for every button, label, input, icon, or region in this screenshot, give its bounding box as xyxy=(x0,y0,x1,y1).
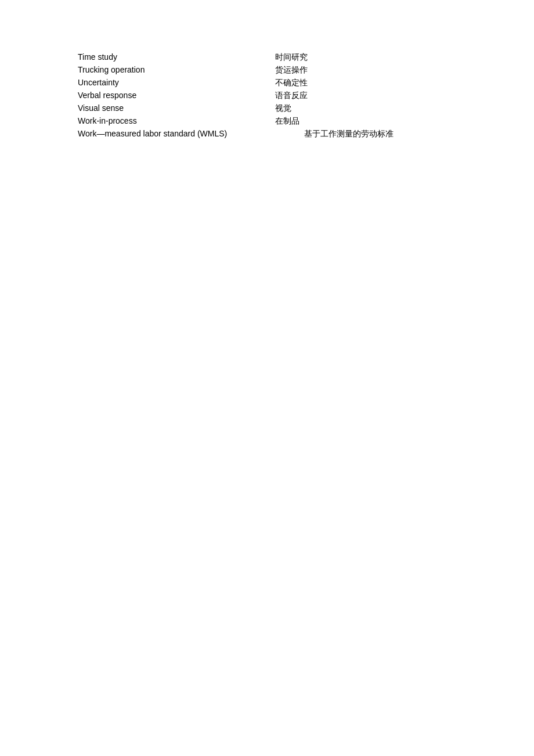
term-time-study: Time study xyxy=(78,52,275,65)
term-wmls: Work—measured labor standard (WMLS) xyxy=(78,129,275,142)
translation-visual-sense: 视觉 xyxy=(275,103,394,116)
term-work-in-process: Work-in-process xyxy=(78,116,275,129)
term-uncertainty: Uncertainty xyxy=(78,78,275,91)
translation-time-study: 时间研究 xyxy=(275,52,394,65)
translation-trucking-operation: 货运操作 xyxy=(275,65,394,78)
glossary-table: Time study 时间研究 Trucking operation 货运操作 … xyxy=(78,52,394,142)
main-content: Time study 时间研究 Trucking operation 货运操作 … xyxy=(0,0,534,142)
term-visual-sense: Visual sense xyxy=(78,103,275,116)
glossary-row: Verbal response 语音反应 xyxy=(78,91,394,103)
glossary-row: Time study 时间研究 xyxy=(78,52,394,65)
glossary-row: Uncertainty 不确定性 xyxy=(78,78,394,91)
glossary-row: Work—measured labor standard (WMLS) 基于工作… xyxy=(78,129,394,142)
translation-uncertainty: 不确定性 xyxy=(275,78,394,91)
term-trucking-operation: Trucking operation xyxy=(78,65,275,78)
translation-verbal-response: 语音反应 xyxy=(275,91,394,103)
glossary-row: Trucking operation 货运操作 xyxy=(78,65,394,78)
translation-work-in-process: 在制品 xyxy=(275,116,394,129)
glossary-row: Visual sense 视觉 xyxy=(78,103,394,116)
translation-wmls: 基于工作测量的劳动标准 xyxy=(275,129,394,142)
glossary-row: Work-in-process 在制品 xyxy=(78,116,394,129)
term-verbal-response: Verbal response xyxy=(78,91,275,103)
